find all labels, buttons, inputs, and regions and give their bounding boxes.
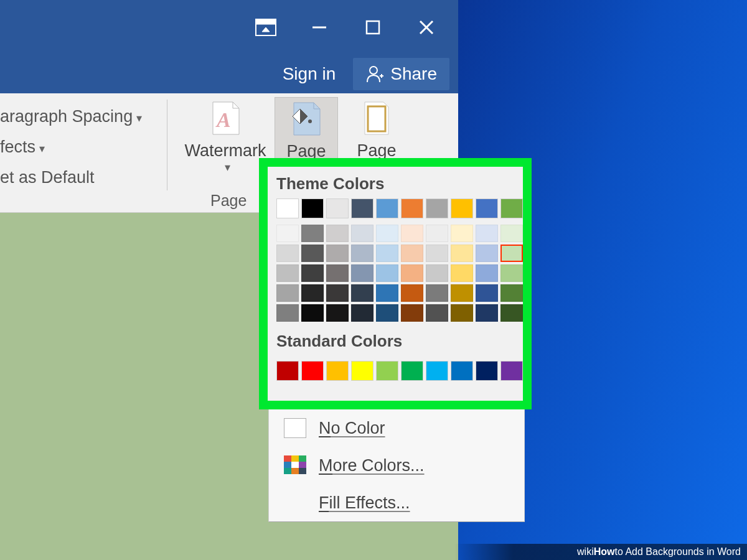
theme-shade-swatch[interactable] (276, 304, 299, 322)
theme-shade-swatch[interactable] (276, 264, 299, 282)
minimize-icon[interactable] (293, 1, 346, 54)
more-colors-icon (284, 455, 306, 475)
svg-rect-15 (284, 462, 291, 468)
standard-swatch[interactable] (376, 361, 398, 381)
theme-shade-swatch[interactable] (401, 304, 423, 322)
svg-rect-16 (291, 462, 299, 468)
theme-shade-swatch[interactable] (500, 304, 523, 322)
theme-swatch[interactable] (376, 198, 398, 218)
theme-shade-swatch[interactable] (376, 264, 398, 282)
theme-swatch[interactable] (301, 198, 324, 218)
share-person-icon (365, 65, 384, 83)
standard-swatch[interactable] (276, 361, 299, 381)
theme-shade-swatch[interactable] (301, 284, 324, 302)
theme-shade-swatch[interactable] (326, 264, 349, 282)
theme-shade-swatch[interactable] (326, 304, 349, 322)
theme-shade-swatch[interactable] (301, 304, 324, 322)
theme-shade-swatch[interactable] (351, 284, 374, 302)
theme-shade-swatch[interactable] (401, 284, 423, 302)
standard-swatch[interactable] (451, 361, 473, 381)
svg-point-6 (370, 67, 377, 74)
theme-shade-swatch[interactable] (276, 245, 299, 262)
theme-shade-swatch[interactable] (426, 245, 448, 262)
svg-rect-20 (299, 468, 306, 474)
theme-swatch[interactable] (476, 198, 498, 218)
theme-swatch[interactable] (401, 198, 423, 218)
svg-rect-19 (291, 468, 299, 474)
svg-text:A: A (215, 108, 231, 131)
no-color-item[interactable]: No Color (269, 409, 524, 447)
standard-swatch[interactable] (301, 361, 324, 381)
theme-shade-swatch[interactable] (500, 284, 523, 302)
theme-shade-swatch[interactable] (476, 264, 498, 282)
standard-swatch[interactable] (500, 361, 523, 381)
theme-shade-swatch[interactable] (426, 225, 448, 242)
theme-shade-swatch[interactable] (326, 245, 349, 262)
theme-shade-swatch[interactable] (351, 225, 374, 242)
theme-shade-swatch[interactable] (376, 284, 398, 302)
standard-swatch[interactable] (426, 361, 448, 381)
theme-shade-swatch[interactable] (351, 304, 374, 322)
standard-swatch[interactable] (326, 361, 349, 381)
theme-shade-swatch[interactable] (351, 264, 374, 282)
theme-shade-swatch[interactable] (376, 245, 398, 262)
theme-shade-swatch[interactable] (451, 284, 473, 302)
fill-effects-item[interactable]: Fill Effects... (269, 484, 524, 521)
theme-shade-swatch[interactable] (426, 264, 448, 282)
theme-shade-swatch[interactable] (451, 264, 473, 282)
theme-shade-swatch[interactable] (351, 245, 374, 262)
theme-shade-swatch[interactable] (276, 225, 299, 242)
theme-shade-swatch[interactable] (376, 304, 398, 322)
theme-shade-swatch[interactable] (401, 245, 423, 262)
color-picker-highlight: Theme Colors Standard Colors (259, 158, 532, 409)
theme-shade-swatch[interactable] (426, 284, 448, 302)
theme-swatch[interactable] (326, 198, 349, 218)
theme-swatch[interactable] (500, 198, 523, 218)
theme-shade-swatch[interactable] (401, 225, 423, 242)
standard-swatch[interactable] (476, 361, 498, 381)
ribbon-group-divider (167, 100, 167, 190)
theme-shade-swatch[interactable] (476, 284, 498, 302)
svg-point-10 (308, 119, 312, 123)
theme-shade-swatch[interactable] (451, 245, 473, 262)
effects-button[interactable]: fects▾ (0, 133, 174, 163)
theme-swatch[interactable] (451, 198, 473, 218)
theme-shade-swatch[interactable] (451, 304, 473, 322)
share-label: Share (390, 64, 437, 84)
theme-shade-swatch[interactable] (476, 245, 498, 262)
svg-rect-13 (291, 455, 299, 462)
theme-swatch[interactable] (276, 198, 299, 218)
theme-shade-swatch[interactable] (401, 264, 423, 282)
theme-shade-swatch[interactable] (376, 225, 398, 242)
standard-swatch[interactable] (401, 361, 423, 381)
theme-shade-swatch[interactable] (326, 225, 349, 242)
theme-shade-swatch[interactable] (500, 245, 523, 262)
theme-shade-swatch[interactable] (276, 284, 299, 302)
theme-shade-swatch[interactable] (476, 225, 498, 242)
ribbon-display-icon[interactable] (239, 1, 293, 54)
close-icon[interactable] (400, 1, 453, 54)
standard-swatch[interactable] (351, 361, 374, 381)
theme-shade-swatch[interactable] (301, 264, 324, 282)
maximize-icon[interactable] (346, 1, 400, 54)
theme-shade-swatch[interactable] (500, 225, 523, 242)
paragraph-spacing-button[interactable]: aragraph Spacing▾ (0, 102, 174, 133)
svg-rect-18 (284, 468, 291, 474)
theme-shade-swatch[interactable] (426, 304, 448, 322)
page-color-icon (275, 98, 337, 140)
theme-shade-swatch[interactable] (451, 225, 473, 242)
standard-colors-heading: Standard Colors (268, 322, 523, 356)
theme-shade-swatch[interactable] (476, 304, 498, 322)
theme-shade-swatch[interactable] (500, 264, 523, 282)
theme-shade-swatch[interactable] (301, 245, 324, 262)
theme-swatch[interactable] (426, 198, 448, 218)
share-button[interactable]: Share (353, 58, 449, 90)
theme-swatch[interactable] (351, 198, 374, 218)
theme-shade-swatch[interactable] (301, 225, 324, 242)
theme-shade-swatch[interactable] (326, 284, 349, 302)
sign-in-link[interactable]: Sign in (283, 64, 336, 84)
set-default-button[interactable]: et as Default (0, 163, 174, 192)
more-colors-item[interactable]: More Colors... (269, 447, 524, 484)
window-titlebar (0, 0, 458, 55)
svg-rect-14 (299, 455, 306, 462)
